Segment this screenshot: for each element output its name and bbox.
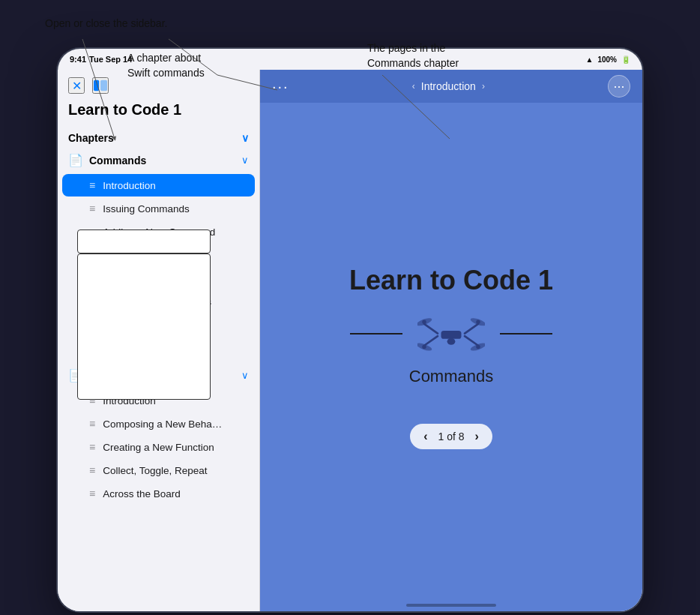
page-label-creating: Creating a New Function — [103, 442, 214, 453]
lines-icon-f3: ≡ — [89, 464, 95, 476]
page-item-collect[interactable]: ≡ Collect, Toggle, Repeat — [62, 459, 255, 482]
sidebar-header: ✕ — [58, 70, 259, 98]
lines-icon-f2: ≡ — [89, 441, 95, 453]
line-left — [350, 333, 402, 334]
lines-icon-f0: ≡ — [89, 394, 95, 406]
sidebar-panel-button[interactable] — [92, 77, 109, 94]
page-label-adding: Adding a New Command — [103, 226, 215, 238]
sidebar-title: Learn to Code 1 — [58, 98, 259, 126]
chapters-section-header[interactable]: Chapters ∨ — [58, 126, 259, 147]
page-counter: 1 of 8 — [438, 430, 464, 442]
lines-icon-7: ≡ — [89, 342, 95, 354]
page-prev-button[interactable]: ‹ — [423, 430, 427, 443]
lines-icon-0: ≡ — [89, 179, 95, 191]
page-item-portal[interactable]: ≡ Portal Practice — [62, 267, 255, 290]
functions-doc-icon: 📄 — [68, 368, 83, 382]
commands-chevron: ∨ — [241, 154, 249, 166]
line-right — [500, 333, 552, 334]
nav-next-arrow[interactable]: › — [482, 81, 485, 92]
page-item-squash[interactable]: ≡ Bug Squash Practice — [62, 314, 255, 336]
svg-point-16 — [422, 320, 426, 324]
battery-icon: 🔋 — [621, 56, 630, 64]
chapter-commands-header[interactable]: 📄 Commands ∨ — [58, 147, 259, 173]
page-label-issuing: Issuing Commands — [103, 203, 190, 214]
status-day: Tue Sep 14 — [89, 55, 132, 64]
page-item-shortest[interactable]: ≡ The Shortest Route — [62, 337, 255, 359]
chapter-label: Commands — [409, 367, 493, 386]
home-indicator — [406, 604, 496, 607]
page-label-toggling: Toggling a Switch — [103, 250, 181, 261]
drone-container: Commands — [350, 311, 552, 386]
page-label-bugs: Finding and Fixing Bugs — [103, 296, 211, 308]
svg-rect-5 — [100, 80, 107, 91]
lines-icon-f4: ≡ — [89, 488, 95, 500]
page-label-composing: Composing a New Beha… — [103, 418, 222, 430]
page-label-squash: Bug Squash Practice — [103, 320, 197, 331]
lines-icon-4: ≡ — [89, 272, 95, 284]
app-container: ✕ Learn to Code 1 Chapters ∨ — [58, 70, 642, 611]
page-label-commands-intro: Introduction — [103, 180, 156, 191]
drone-illustration — [417, 311, 485, 356]
page-navigation: ‹ 1 of 8 › — [410, 424, 492, 449]
chapter-functions-header[interactable]: 📄 Functions ∨ — [58, 362, 259, 388]
page-label-portal: Portal Practice — [103, 273, 169, 284]
toolbar-center: ‹ Introduction › — [412, 80, 485, 92]
main-body: Learn to Code 1 — [260, 103, 642, 611]
svg-point-17 — [476, 320, 480, 324]
functions-chevron: ∨ — [241, 370, 249, 381]
sidebar-content[interactable]: Chapters ∨ 📄 Commands ∨ ≡ — [58, 126, 259, 611]
toolbar-page-title: Introduction — [421, 80, 476, 92]
page-item-functions-intro[interactable]: ≡ Introduction — [62, 389, 255, 412]
toolbar-dots[interactable]: ··· — [272, 78, 289, 95]
page-next-button[interactable]: › — [475, 430, 479, 443]
page-item-toggling[interactable]: ≡ Toggling a Switch — [62, 244, 255, 266]
drone-svg-area — [350, 311, 552, 356]
more-button[interactable]: ··· — [608, 75, 630, 98]
svg-line-7 — [465, 324, 478, 334]
chapter-commands: 📄 Commands ∨ ≡ Introduction ≡ Issuing Co… — [58, 147, 259, 359]
page-label-across: Across the Board — [103, 488, 181, 500]
page-item-across[interactable]: ≡ Across the Board — [62, 482, 255, 505]
svg-line-8 — [424, 336, 438, 346]
page-item-issuing[interactable]: ≡ Issuing Commands — [62, 197, 255, 220]
content-title: Learn to Code 1 — [349, 265, 553, 296]
page-item-adding[interactable]: ≡ Adding a New Command — [62, 220, 255, 243]
chapter-functions: 📄 Functions ∨ ≡ Introduction ≡ Composing… — [58, 362, 259, 505]
chapter-functions-label: Functions — [89, 370, 139, 382]
svg-point-19 — [476, 345, 480, 349]
svg-rect-10 — [441, 331, 462, 339]
chapters-label-text: Chapters — [68, 132, 114, 144]
commands-doc-icon: 📄 — [68, 153, 83, 167]
lines-icon-3: ≡ — [89, 249, 95, 261]
ipad-frame: 9:41 Tue Sep 14 ▲ 100% 🔋 ✕ Le — [58, 49, 642, 611]
page-item-composing[interactable]: ≡ Composing a New Beha… — [62, 412, 255, 435]
page-label-functions-intro: Introduction — [103, 395, 156, 406]
wifi-icon: ▲ — [586, 56, 594, 64]
lines-icon-6: ≡ — [89, 319, 95, 331]
sidebar-close-button[interactable]: ✕ — [68, 77, 85, 94]
status-time: 9:41 — [70, 55, 86, 64]
lines-icon-1: ≡ — [89, 202, 95, 214]
battery-label: 100% — [597, 56, 617, 64]
lines-icon-2: ≡ — [89, 226, 95, 238]
main-toolbar: ··· ‹ Introduction › ··· — [260, 70, 642, 103]
page-item-commands-intro[interactable]: ≡ Introduction — [62, 174, 255, 196]
chapter-commands-label: Commands — [89, 154, 146, 166]
nav-prev-arrow[interactable]: ‹ — [412, 81, 415, 92]
svg-point-11 — [447, 338, 456, 345]
chapters-chevron: ∨ — [241, 132, 249, 144]
callout-sidebar-toggle: Open or close the sidebar. — [45, 16, 167, 32]
sidebar: ✕ Learn to Code 1 Chapters ∨ — [58, 70, 260, 611]
lines-icon-5: ≡ — [89, 296, 95, 308]
page-item-bugs[interactable]: ≡ Finding and Fixing Bugs — [62, 290, 255, 313]
page-item-creating[interactable]: ≡ Creating a New Function — [62, 436, 255, 458]
lines-icon-f1: ≡ — [89, 418, 95, 430]
page-label-shortest: The Shortest Route — [103, 343, 190, 354]
page-label-collect: Collect, Toggle, Repeat — [103, 465, 207, 476]
main-content: ··· ‹ Introduction › ··· Learn to Code 1 — [260, 70, 642, 611]
svg-rect-4 — [94, 80, 99, 91]
svg-point-18 — [422, 345, 426, 349]
status-bar: 9:41 Tue Sep 14 ▲ 100% 🔋 — [58, 49, 642, 70]
svg-line-9 — [465, 336, 478, 346]
svg-line-6 — [424, 324, 438, 334]
